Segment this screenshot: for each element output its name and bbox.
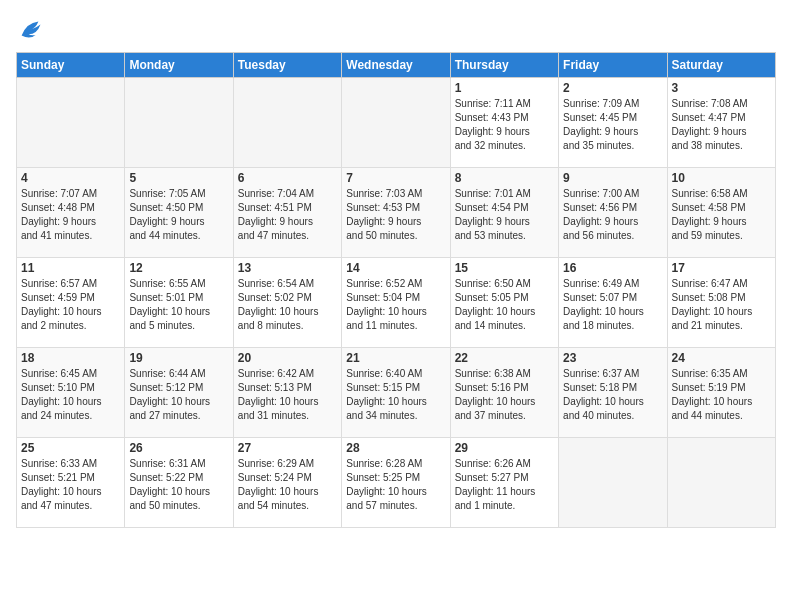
day-number: 25 [21, 441, 120, 455]
calendar-cell: 21Sunrise: 6:40 AM Sunset: 5:15 PM Dayli… [342, 348, 450, 438]
day-number: 1 [455, 81, 554, 95]
day-number: 4 [21, 171, 120, 185]
calendar-table: SundayMondayTuesdayWednesdayThursdayFrid… [16, 52, 776, 528]
logo [16, 16, 48, 44]
weekday-header-tuesday: Tuesday [233, 53, 341, 78]
calendar-cell: 22Sunrise: 6:38 AM Sunset: 5:16 PM Dayli… [450, 348, 558, 438]
calendar-cell: 3Sunrise: 7:08 AM Sunset: 4:47 PM Daylig… [667, 78, 775, 168]
day-info: Sunrise: 6:58 AM Sunset: 4:58 PM Dayligh… [672, 187, 771, 243]
day-number: 23 [563, 351, 662, 365]
day-info: Sunrise: 6:33 AM Sunset: 5:21 PM Dayligh… [21, 457, 120, 513]
day-number: 11 [21, 261, 120, 275]
calendar-cell: 7Sunrise: 7:03 AM Sunset: 4:53 PM Daylig… [342, 168, 450, 258]
calendar-week-3: 11Sunrise: 6:57 AM Sunset: 4:59 PM Dayli… [17, 258, 776, 348]
calendar-cell: 14Sunrise: 6:52 AM Sunset: 5:04 PM Dayli… [342, 258, 450, 348]
calendar-cell: 26Sunrise: 6:31 AM Sunset: 5:22 PM Dayli… [125, 438, 233, 528]
calendar-cell: 17Sunrise: 6:47 AM Sunset: 5:08 PM Dayli… [667, 258, 775, 348]
day-number: 9 [563, 171, 662, 185]
day-number: 27 [238, 441, 337, 455]
day-info: Sunrise: 7:00 AM Sunset: 4:56 PM Dayligh… [563, 187, 662, 243]
day-info: Sunrise: 7:05 AM Sunset: 4:50 PM Dayligh… [129, 187, 228, 243]
weekday-header-row: SundayMondayTuesdayWednesdayThursdayFrid… [17, 53, 776, 78]
calendar-cell: 12Sunrise: 6:55 AM Sunset: 5:01 PM Dayli… [125, 258, 233, 348]
day-info: Sunrise: 6:37 AM Sunset: 5:18 PM Dayligh… [563, 367, 662, 423]
calendar-cell: 19Sunrise: 6:44 AM Sunset: 5:12 PM Dayli… [125, 348, 233, 438]
calendar-cell [125, 78, 233, 168]
day-info: Sunrise: 7:08 AM Sunset: 4:47 PM Dayligh… [672, 97, 771, 153]
calendar-cell: 8Sunrise: 7:01 AM Sunset: 4:54 PM Daylig… [450, 168, 558, 258]
calendar-cell: 25Sunrise: 6:33 AM Sunset: 5:21 PM Dayli… [17, 438, 125, 528]
day-info: Sunrise: 6:35 AM Sunset: 5:19 PM Dayligh… [672, 367, 771, 423]
day-number: 6 [238, 171, 337, 185]
day-number: 10 [672, 171, 771, 185]
day-number: 5 [129, 171, 228, 185]
day-number: 28 [346, 441, 445, 455]
day-number: 18 [21, 351, 120, 365]
day-info: Sunrise: 6:50 AM Sunset: 5:05 PM Dayligh… [455, 277, 554, 333]
day-info: Sunrise: 6:40 AM Sunset: 5:15 PM Dayligh… [346, 367, 445, 423]
day-number: 26 [129, 441, 228, 455]
weekday-header-saturday: Saturday [667, 53, 775, 78]
calendar-cell: 24Sunrise: 6:35 AM Sunset: 5:19 PM Dayli… [667, 348, 775, 438]
day-number: 8 [455, 171, 554, 185]
day-info: Sunrise: 6:55 AM Sunset: 5:01 PM Dayligh… [129, 277, 228, 333]
calendar-cell: 20Sunrise: 6:42 AM Sunset: 5:13 PM Dayli… [233, 348, 341, 438]
calendar-cell: 28Sunrise: 6:28 AM Sunset: 5:25 PM Dayli… [342, 438, 450, 528]
calendar-cell: 6Sunrise: 7:04 AM Sunset: 4:51 PM Daylig… [233, 168, 341, 258]
day-info: Sunrise: 6:26 AM Sunset: 5:27 PM Dayligh… [455, 457, 554, 513]
calendar-cell: 27Sunrise: 6:29 AM Sunset: 5:24 PM Dayli… [233, 438, 341, 528]
day-number: 7 [346, 171, 445, 185]
page-header [16, 16, 776, 44]
calendar-cell: 15Sunrise: 6:50 AM Sunset: 5:05 PM Dayli… [450, 258, 558, 348]
calendar-cell: 5Sunrise: 7:05 AM Sunset: 4:50 PM Daylig… [125, 168, 233, 258]
day-number: 14 [346, 261, 445, 275]
calendar-cell: 23Sunrise: 6:37 AM Sunset: 5:18 PM Dayli… [559, 348, 667, 438]
day-number: 24 [672, 351, 771, 365]
calendar-cell: 9Sunrise: 7:00 AM Sunset: 4:56 PM Daylig… [559, 168, 667, 258]
day-number: 19 [129, 351, 228, 365]
calendar-cell: 18Sunrise: 6:45 AM Sunset: 5:10 PM Dayli… [17, 348, 125, 438]
calendar-cell [559, 438, 667, 528]
day-number: 15 [455, 261, 554, 275]
calendar-cell: 13Sunrise: 6:54 AM Sunset: 5:02 PM Dayli… [233, 258, 341, 348]
calendar-cell: 10Sunrise: 6:58 AM Sunset: 4:58 PM Dayli… [667, 168, 775, 258]
day-info: Sunrise: 7:01 AM Sunset: 4:54 PM Dayligh… [455, 187, 554, 243]
weekday-header-friday: Friday [559, 53, 667, 78]
day-info: Sunrise: 7:09 AM Sunset: 4:45 PM Dayligh… [563, 97, 662, 153]
calendar-cell [667, 438, 775, 528]
day-info: Sunrise: 6:45 AM Sunset: 5:10 PM Dayligh… [21, 367, 120, 423]
weekday-header-monday: Monday [125, 53, 233, 78]
day-info: Sunrise: 7:03 AM Sunset: 4:53 PM Dayligh… [346, 187, 445, 243]
calendar-cell: 11Sunrise: 6:57 AM Sunset: 4:59 PM Dayli… [17, 258, 125, 348]
calendar-cell: 2Sunrise: 7:09 AM Sunset: 4:45 PM Daylig… [559, 78, 667, 168]
weekday-header-thursday: Thursday [450, 53, 558, 78]
day-number: 29 [455, 441, 554, 455]
day-number: 22 [455, 351, 554, 365]
day-info: Sunrise: 7:11 AM Sunset: 4:43 PM Dayligh… [455, 97, 554, 153]
day-info: Sunrise: 6:44 AM Sunset: 5:12 PM Dayligh… [129, 367, 228, 423]
day-info: Sunrise: 6:49 AM Sunset: 5:07 PM Dayligh… [563, 277, 662, 333]
calendar-body: 1Sunrise: 7:11 AM Sunset: 4:43 PM Daylig… [17, 78, 776, 528]
day-number: 13 [238, 261, 337, 275]
day-info: Sunrise: 6:29 AM Sunset: 5:24 PM Dayligh… [238, 457, 337, 513]
day-number: 16 [563, 261, 662, 275]
day-number: 17 [672, 261, 771, 275]
day-info: Sunrise: 6:47 AM Sunset: 5:08 PM Dayligh… [672, 277, 771, 333]
calendar-cell [342, 78, 450, 168]
weekday-header-sunday: Sunday [17, 53, 125, 78]
day-info: Sunrise: 6:57 AM Sunset: 4:59 PM Dayligh… [21, 277, 120, 333]
day-info: Sunrise: 6:28 AM Sunset: 5:25 PM Dayligh… [346, 457, 445, 513]
day-info: Sunrise: 6:38 AM Sunset: 5:16 PM Dayligh… [455, 367, 554, 423]
day-info: Sunrise: 6:52 AM Sunset: 5:04 PM Dayligh… [346, 277, 445, 333]
day-info: Sunrise: 6:31 AM Sunset: 5:22 PM Dayligh… [129, 457, 228, 513]
day-info: Sunrise: 6:54 AM Sunset: 5:02 PM Dayligh… [238, 277, 337, 333]
logo-icon [16, 16, 44, 44]
day-number: 20 [238, 351, 337, 365]
day-number: 21 [346, 351, 445, 365]
weekday-header-wednesday: Wednesday [342, 53, 450, 78]
day-info: Sunrise: 6:42 AM Sunset: 5:13 PM Dayligh… [238, 367, 337, 423]
calendar-cell [17, 78, 125, 168]
calendar-week-2: 4Sunrise: 7:07 AM Sunset: 4:48 PM Daylig… [17, 168, 776, 258]
day-info: Sunrise: 7:07 AM Sunset: 4:48 PM Dayligh… [21, 187, 120, 243]
calendar-week-5: 25Sunrise: 6:33 AM Sunset: 5:21 PM Dayli… [17, 438, 776, 528]
